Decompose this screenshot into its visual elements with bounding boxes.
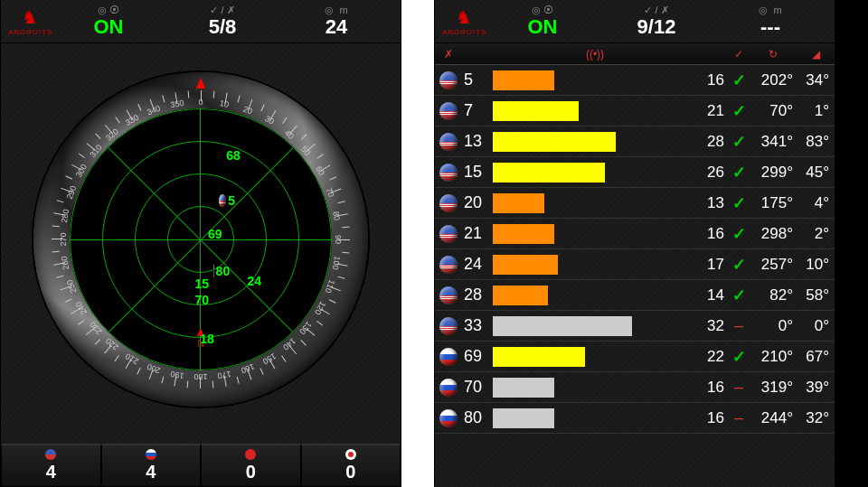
sat-marker[interactable]: 70 (193, 292, 209, 308)
flag-icon (439, 102, 458, 120)
table-row[interactable]: 28 14 ✓ 82° 58° (435, 280, 835, 311)
sat-id: 24 (462, 255, 493, 274)
stat-accuracy: ◎ m --- (713, 5, 827, 37)
elevation-value: 1° (797, 102, 835, 120)
signal-bar (493, 101, 697, 121)
sat-id: 15 (462, 163, 493, 182)
snr-value: 16 (697, 71, 728, 89)
table-header: ✗ ((•)) ✓ ↻ ◢ (435, 43, 835, 65)
elevation-value: 0° (797, 317, 835, 335)
count-value: 0 (345, 462, 355, 482)
satellite-list-panel: ♞ ANDROITS ◎ ⦿ ON ✓ / ✗ 9/12 ◎ m --- ✗ (… (434, 0, 835, 487)
flag-icon (245, 449, 256, 460)
signal-bar (493, 347, 697, 367)
sat-id: 69 (462, 347, 493, 366)
satellite-table[interactable]: ✗ ((•)) ✓ ↻ ◢ 5 16 ✓ 202° 34° 7 21 ✓ 70°… (435, 43, 835, 487)
sat-id: 69 (208, 227, 222, 241)
azimuth-value: 298° (750, 225, 797, 243)
table-row[interactable]: 24 17 ✓ 257° 10° (435, 249, 835, 280)
sat-marker[interactable]: 5 (219, 192, 235, 209)
signal-bar (493, 132, 697, 152)
elevation-value: 58° (797, 286, 835, 304)
azimuth-value: 299° (750, 164, 797, 182)
stat-sat-count: ✓ / ✗ 5/8 (165, 5, 279, 37)
flag-icon (439, 286, 458, 304)
status-bar-left: ♞ ANDROITS ◎ ⦿ ON ✓ / ✗ 5/8 ◎ m 24 (1, 0, 401, 43)
sat-marker[interactable]: 69 (206, 226, 222, 242)
sat-marker[interactable]: 24 (245, 273, 261, 289)
count-value: 0 (246, 462, 256, 482)
table-row[interactable]: 13 28 ✓ 341° 83° (435, 126, 835, 157)
flag-icon (439, 317, 458, 335)
flag-icon (219, 194, 226, 207)
fix-icon: ✓ (728, 70, 750, 90)
elevation-value: 67° (797, 348, 835, 366)
fix-icon: ✓ (728, 163, 750, 183)
azimuth-value: 82° (750, 286, 797, 304)
azimuth-value: 210° (750, 348, 797, 366)
sat-marker[interactable]: 18 (198, 331, 214, 347)
snr-value: 28 (697, 133, 728, 151)
count-cell[interactable]: 4 (1, 444, 101, 487)
fix-icon: – (728, 316, 750, 335)
table-row[interactable]: 7 21 ✓ 70° 1° (435, 96, 835, 126)
snr-value: 16 (697, 409, 728, 427)
signal-bar (493, 378, 697, 398)
radar-view[interactable]: 0102030405060708090100110120130140150160… (1, 50, 401, 429)
elevation-value: 34° (797, 71, 835, 89)
fix-icon: ✓ (728, 224, 750, 244)
constellation-counts: 4400 (1, 444, 401, 487)
azimuth-value: 70° (750, 102, 797, 120)
count-cell[interactable]: 0 (201, 444, 301, 487)
compass-bezel: 0102030405060708090100110120130140150160… (33, 72, 368, 407)
app-logo: ♞ ANDROITS (442, 6, 486, 36)
azimuth-value: 341° (750, 133, 797, 151)
snr-value: 22 (697, 348, 728, 366)
flag-icon (439, 71, 458, 89)
snr-value: 32 (697, 317, 728, 335)
signal-bar (493, 408, 697, 428)
table-row[interactable]: 70 16 – 319° 39° (435, 372, 835, 403)
panel-divider (401, 0, 434, 487)
signal-bar (493, 255, 697, 275)
sat-marker[interactable]: 68 (224, 147, 241, 164)
sat-marker[interactable]: 15 (193, 276, 209, 292)
count-cell[interactable]: 4 (101, 444, 202, 487)
table-row[interactable]: 80 16 – 244° 32° (435, 403, 835, 434)
app-logo: ♞ ANDROITS (8, 6, 52, 36)
flag-icon (345, 449, 356, 460)
north-marker-icon (196, 78, 205, 89)
fix-icon: ✓ (728, 286, 750, 305)
sat-id: 13 (462, 132, 493, 151)
table-row[interactable]: 33 32 – 0° 0° (435, 311, 835, 342)
flag-icon (439, 379, 458, 397)
elevation-value: 32° (797, 409, 835, 427)
stat-sat-count: ✓ / ✗ 9/12 (599, 5, 713, 37)
sat-marker[interactable]: 80 (213, 263, 230, 279)
table-row[interactable]: 5 16 ✓ 202° 34° (435, 65, 835, 96)
table-row[interactable]: 15 26 ✓ 299° 45° (435, 157, 835, 188)
elevation-value: 4° (797, 194, 835, 212)
azimuth-value: 202° (750, 71, 797, 89)
table-row[interactable]: 69 22 ✓ 210° 67° (435, 342, 835, 372)
signal-bar (493, 224, 697, 244)
table-row[interactable]: 21 16 ✓ 298° 2° (435, 219, 835, 249)
sat-id: 28 (462, 286, 493, 304)
table-row[interactable]: 20 13 ✓ 175° 4° (435, 188, 835, 219)
sat-id: 18 (200, 332, 214, 346)
snr-value: 16 (697, 379, 728, 397)
radar-panel: ♞ ANDROITS ◎ ⦿ ON ✓ / ✗ 5/8 ◎ m 24 01020… (0, 0, 401, 487)
sat-id: 33 (462, 316, 493, 335)
fix-icon: – (728, 378, 750, 397)
azimuth-value: 257° (750, 256, 797, 274)
elevation-value: 45° (797, 164, 835, 182)
fix-icon: ✓ (728, 347, 750, 367)
flag-icon (146, 449, 156, 460)
count-cell[interactable]: 0 (301, 444, 401, 487)
sat-id: 21 (462, 224, 493, 243)
flag-icon (439, 348, 458, 366)
sat-id: 5 (462, 70, 493, 89)
elevation-value: 10° (797, 256, 835, 274)
fix-icon: ✓ (728, 101, 750, 121)
stat-gps-state: ◎ ⦿ ON (52, 5, 165, 37)
